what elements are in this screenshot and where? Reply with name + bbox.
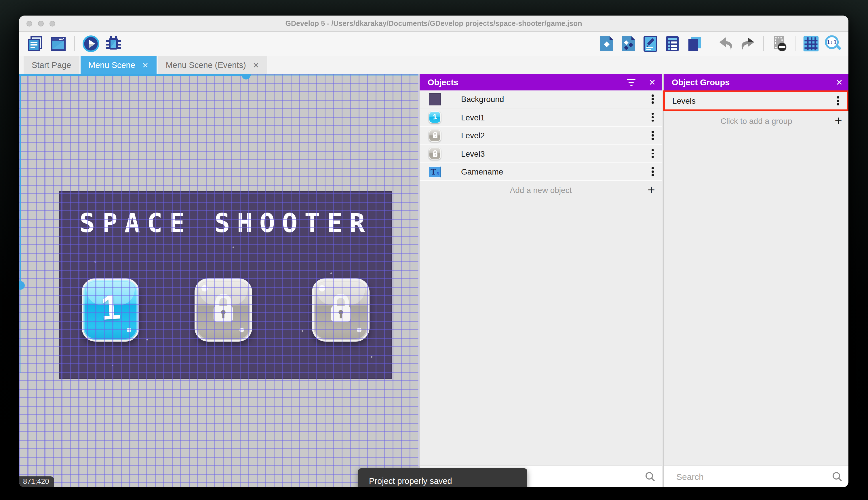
object-groups-editor-icon[interactable]: [620, 35, 637, 53]
debug-icon[interactable]: [105, 35, 122, 53]
add-object-label: Add a new object: [420, 181, 662, 198]
objects-editor-icon[interactable]: [598, 35, 615, 53]
groups-search: [664, 465, 848, 487]
svg-text:1:1: 1:1: [827, 39, 837, 46]
object-groups-panel: Object Groups ✕ Levels Click to add a gr…: [663, 74, 848, 487]
tab-label: Menu Scene: [89, 60, 135, 70]
groups-panel-header: Object Groups ✕: [664, 74, 848, 90]
scene-window-left-edge-faint: [20, 286, 21, 373]
scene-window-left-edge[interactable]: [20, 74, 21, 286]
plus-icon[interactable]: +: [647, 181, 655, 198]
shine-dot: [127, 328, 131, 332]
screen: GDevelop 5 - /Users/dkarakay/Documents/G…: [0, 0, 868, 500]
scene-window-left-handle[interactable]: [19, 281, 25, 290]
object-row-level2[interactable]: Level2: [420, 127, 662, 145]
level1-thumbnail: 1: [429, 111, 441, 123]
objects-panel-title: Objects: [428, 74, 458, 90]
star-dot: [330, 272, 332, 274]
close-tab-icon[interactable]: ✕: [142, 61, 149, 69]
properties-editor-icon[interactable]: [642, 35, 659, 53]
scene-window-top-handle[interactable]: [242, 74, 250, 79]
tab-strip: Start Page Menu Scene ✕ Menu Scene (Even…: [19, 56, 848, 74]
layers-editor-icon[interactable]: [685, 35, 703, 53]
star-dot: [146, 339, 148, 340]
close-panel-icon[interactable]: ✕: [649, 74, 656, 90]
tab-menu-scene[interactable]: Menu Scene ✕: [80, 56, 158, 74]
objects-panel: Objects ✕ Background 1 Level1: [419, 74, 662, 487]
thumb-number: 1: [429, 112, 441, 122]
toggle-grid-icon[interactable]: [802, 35, 820, 53]
object-row-level3[interactable]: Level3: [420, 145, 662, 163]
object-menu-icon[interactable]: [652, 113, 654, 122]
close-tab-icon[interactable]: ✕: [253, 61, 259, 69]
groups-search-input[interactable]: [664, 466, 848, 487]
game-title-text[interactable]: SPACE SHOOTER: [60, 208, 391, 238]
lock-icon: [431, 149, 438, 157]
object-name: Level2: [461, 127, 485, 144]
lock-icon: [208, 292, 238, 325]
object-menu-icon[interactable]: [652, 131, 654, 140]
star-dot: [94, 261, 96, 263]
shine-dot: [319, 285, 325, 292]
open-window-icon[interactable]: [49, 35, 67, 53]
objects-panel-header: Objects ✕: [420, 74, 662, 90]
save-toast: Project properly saved: [358, 468, 527, 487]
toast-message: Project properly saved: [369, 468, 452, 487]
project-manager-icon[interactable]: [27, 35, 44, 53]
object-name: Gamename: [461, 163, 503, 180]
text-object-glyph: T: [431, 167, 436, 176]
close-panel-icon[interactable]: ✕: [836, 74, 843, 90]
object-name: Level1: [461, 109, 485, 126]
object-menu-icon[interactable]: [652, 167, 654, 176]
toolbar-separator: [74, 36, 75, 51]
group-row-levels[interactable]: Levels: [663, 90, 848, 111]
toolbar-separator: [763, 36, 764, 51]
toolbar-separator: [795, 36, 796, 51]
gamename-thumbnail: Tx: [429, 166, 441, 178]
level3-thumbnail: [429, 147, 441, 160]
plus-icon[interactable]: +: [835, 112, 842, 129]
undo-icon[interactable]: [717, 35, 735, 53]
search-icon: [645, 471, 656, 482]
scene-window-top-edge[interactable]: [19, 74, 251, 76]
object-menu-icon[interactable]: [652, 94, 654, 104]
add-object-row[interactable]: Add a new object +: [420, 181, 662, 198]
object-row-gamename[interactable]: Tx Gamename: [420, 163, 662, 181]
play-preview-icon[interactable]: [82, 35, 99, 53]
star-dot: [302, 330, 303, 332]
object-row-background[interactable]: Background: [420, 90, 662, 108]
star-dot: [233, 247, 234, 248]
tab-label: Start Page: [32, 60, 71, 70]
level2-button-object[interactable]: [195, 278, 252, 342]
star-dot: [112, 365, 114, 366]
filter-icon[interactable]: [627, 79, 635, 86]
group-name: Levels: [672, 92, 696, 110]
text-object-glyph: x: [437, 171, 439, 176]
level1-button-object[interactable]: 1: [82, 278, 139, 342]
redo-icon[interactable]: [739, 35, 756, 53]
editor-content: SPACE SHOOTER 1: [19, 74, 848, 487]
toggle-mask-icon[interactable]: [771, 35, 788, 53]
groups-panel-title: Object Groups: [672, 74, 730, 90]
zoom-1-1-icon[interactable]: 1:1: [824, 35, 842, 53]
background-object[interactable]: SPACE SHOOTER 1: [59, 191, 392, 379]
level3-button-object[interactable]: [312, 278, 370, 342]
tab-strip-filler: [268, 56, 848, 74]
level1-number: 1: [82, 286, 139, 329]
shine-dot: [239, 328, 244, 332]
group-menu-icon[interactable]: [837, 96, 839, 105]
scene-window-top-edge-faint: [251, 74, 419, 76]
instances-list-icon[interactable]: [664, 35, 681, 53]
toolbar-separator: [710, 36, 710, 51]
object-menu-icon[interactable]: [652, 149, 654, 158]
cursor-coordinates-badge: 871;420: [19, 476, 54, 487]
gdevelop-window: GDevelop 5 - /Users/dkarakay/Documents/G…: [19, 15, 848, 487]
scene-canvas[interactable]: SPACE SHOOTER 1: [19, 74, 419, 487]
title-bar: GDevelop 5 - /Users/dkarakay/Documents/G…: [19, 15, 848, 32]
object-row-level1[interactable]: 1 Level1: [420, 109, 662, 126]
tab-menu-scene-events[interactable]: Menu Scene (Events) ✕: [158, 56, 269, 74]
tab-label: Menu Scene (Events): [166, 60, 246, 70]
window-title: GDevelop 5 - /Users/dkarakay/Documents/G…: [19, 15, 848, 31]
add-group-row[interactable]: Click to add a group +: [664, 112, 848, 129]
tab-start-page[interactable]: Start Page: [24, 56, 80, 74]
